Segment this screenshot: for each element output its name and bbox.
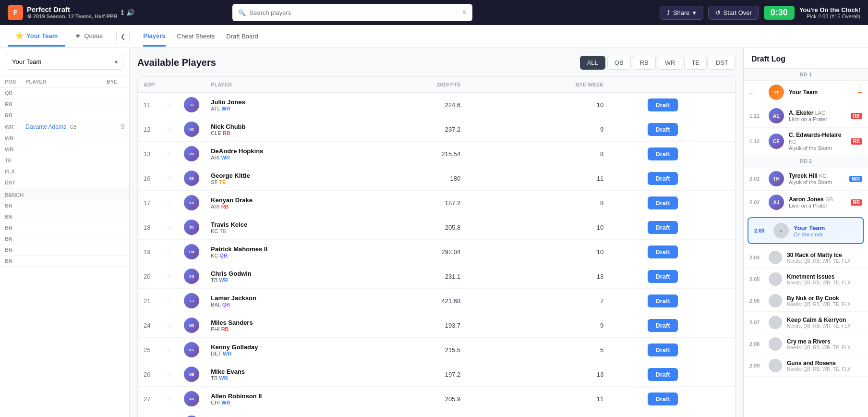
draft-button[interactable]: Draft — [648, 123, 677, 136]
filter-te[interactable]: TE — [684, 56, 707, 70]
favorite-icon[interactable]: ☆ — [166, 370, 172, 378]
your-pick-box: 2.03 ● Your Team On the clock — [747, 217, 864, 244]
player-name[interactable]: Mike Evans — [211, 368, 365, 375]
pos-te: TE — [0, 155, 21, 166]
draft-button[interactable]: Draft — [648, 98, 677, 111]
player-name[interactable]: Patrick Mahomes II — [211, 245, 365, 253]
draft-button[interactable]: Draft — [648, 196, 677, 209]
draft-button[interactable]: Draft — [648, 319, 677, 332]
player-name-cell: Chris Godwin TB WR — [205, 264, 371, 289]
star-cell: ☆ — [160, 289, 178, 313]
tab-queue[interactable]: ★ Queue — [67, 26, 110, 47]
clear-search-icon[interactable]: ✕ — [462, 9, 467, 16]
favorite-icon[interactable]: ☆ — [166, 125, 172, 133]
collapse-sidebar-button[interactable]: ❮ — [116, 31, 130, 42]
player-name[interactable]: Miles Sanders — [211, 319, 365, 326]
sound-icon[interactable]: 🔊 — [126, 9, 134, 16]
draft-button[interactable]: Draft — [648, 294, 677, 307]
draft-button[interactable]: Draft — [648, 343, 677, 356]
favorite-icon[interactable]: ☆ — [166, 150, 172, 158]
pos-tag: WR — [221, 400, 230, 405]
search-input[interactable] — [250, 9, 458, 16]
favorite-icon[interactable]: ☆ — [166, 272, 172, 280]
your-pick-info: Your Team On the clock — [794, 224, 825, 237]
upcoming-info-2-04: 30 Rack of Matty Ice Needs: QB, RB, WR, … — [787, 252, 862, 264]
favorite-icon[interactable]: ☆ — [166, 199, 172, 207]
player-name[interactable]: George Kittle — [211, 172, 365, 179]
table-row: 21 ☆ LJ Lamar Jackson BAL QB 421.68 7 Dr… — [138, 289, 735, 313]
main-layout: Your Team POS PLAYER BYE QB RB — [0, 48, 868, 417]
your-pick-avatar: ● — [773, 223, 789, 238]
draft-button[interactable]: Draft — [648, 147, 677, 160]
filter-rb[interactable]: RB — [633, 56, 656, 70]
team-abbr: SF — [211, 179, 217, 185]
table-row: 12 ☆ NC Nick Chubb CLE RB 237.2 9 Draft — [138, 117, 735, 142]
filter-wr[interactable]: WR — [658, 56, 683, 70]
roster-row-qb: QB — [0, 88, 129, 99]
player-name[interactable]: Kenyan Drake — [211, 196, 365, 204]
ceh-manager: Aiyuk of the Storm — [789, 145, 846, 151]
team-select[interactable]: Your Team — [6, 54, 123, 70]
draft-button[interactable]: Draft — [648, 245, 677, 258]
star-cell: ☆ — [160, 166, 178, 191]
player-bye: 5 — [102, 121, 129, 133]
draft-button[interactable]: Draft — [648, 392, 677, 405]
main-tab-players[interactable]: Players — [143, 26, 165, 47]
pts-cell: 205.9 — [371, 387, 480, 411]
start-over-button[interactable]: ↺ Start Over — [708, 6, 759, 20]
favorite-icon[interactable]: ☆ — [166, 346, 172, 354]
tab-your-team[interactable]: ⭐ Your Team — [8, 26, 65, 47]
roster-row-bn4: BN — [0, 233, 129, 245]
player-name[interactable]: Allen Robinson II — [211, 392, 365, 400]
player-name[interactable]: Kenny Golladay — [211, 343, 365, 351]
pos-wr1: WR — [0, 121, 21, 133]
avatar-cell: MS — [178, 313, 205, 338]
table-row: 27 ☆ AR Allen Robinson II CHI WR 205.9 1… — [138, 387, 735, 411]
info-icon[interactable]: ℹ — [121, 9, 123, 16]
upcoming-2-05: 2.05 Kmetment Issues Needs: QB, RB, WR, … — [744, 269, 868, 290]
jones-info: Aaron Jones GB Livin on a Prater — [789, 196, 846, 208]
favorite-icon[interactable]: ☆ — [166, 297, 172, 305]
share-button[interactable]: ⤴ Share ▾ — [660, 6, 703, 20]
favorite-icon[interactable]: ☆ — [166, 248, 172, 256]
star-cell: ☆ — [160, 313, 178, 338]
filter-dst[interactable]: DST — [709, 56, 735, 70]
favorite-icon[interactable]: ☆ — [166, 174, 172, 182]
favorite-icon[interactable]: ☆ — [166, 223, 172, 231]
draft-button[interactable]: Draft — [648, 270, 677, 283]
upcoming-needs-2-05: Needs: QB, RB, WR, TE, FLX — [787, 280, 862, 285]
player-name[interactable]: Travis Kelce — [211, 221, 365, 228]
draft-cell: Draft — [642, 93, 735, 117]
player-name[interactable]: Lamar Jackson — [211, 294, 365, 302]
roster-row-flx: FLX — [0, 166, 129, 177]
ekeler-manager: Livin on a Prater — [789, 116, 846, 122]
draft-button[interactable]: Draft — [648, 172, 677, 185]
player-avatar: GK — [184, 171, 199, 186]
team-selector: Your Team — [0, 48, 129, 76]
favorite-icon[interactable]: ☆ — [166, 395, 172, 403]
draft-button[interactable]: Draft — [648, 368, 677, 381]
player-name[interactable]: DeAndre Hopkins — [211, 147, 365, 155]
player-avatar: LJ — [184, 293, 199, 308]
player-davante-adams[interactable]: Davante Adams — [25, 123, 66, 130]
main-tab-cheat-sheets[interactable]: Cheat Sheets — [177, 27, 215, 46]
on-clock-title: You're On the Clock! — [799, 6, 860, 13]
bye-cell: 13 — [480, 264, 642, 289]
upcoming-avatar-2-04 — [769, 251, 782, 264]
player-name[interactable]: Julio Jones — [211, 98, 365, 106]
favorite-icon[interactable]: ☆ — [166, 101, 172, 109]
roster-row-wr1: WR Davante Adams GB 5 — [0, 121, 129, 133]
draft-button[interactable]: Draft — [648, 221, 677, 234]
filter-all[interactable]: ALL — [580, 56, 605, 70]
adp-cell: 11 — [138, 93, 160, 117]
avatar-cell: LJ — [178, 289, 205, 313]
player-name[interactable]: Nick Chubb — [211, 123, 365, 130]
favorite-icon[interactable]: ☆ — [166, 321, 172, 329]
adp-cell: 26 — [138, 362, 160, 387]
player-name[interactable]: Chris Godwin — [211, 270, 365, 277]
filter-qb[interactable]: QB — [607, 56, 631, 70]
main-tab-draft-board[interactable]: Draft Board — [226, 27, 258, 46]
player-team: CHI WR — [211, 400, 365, 405]
search-bar: 🔍 ✕ — [232, 4, 472, 21]
your-team-icon: ⭐ — [15, 32, 24, 39]
